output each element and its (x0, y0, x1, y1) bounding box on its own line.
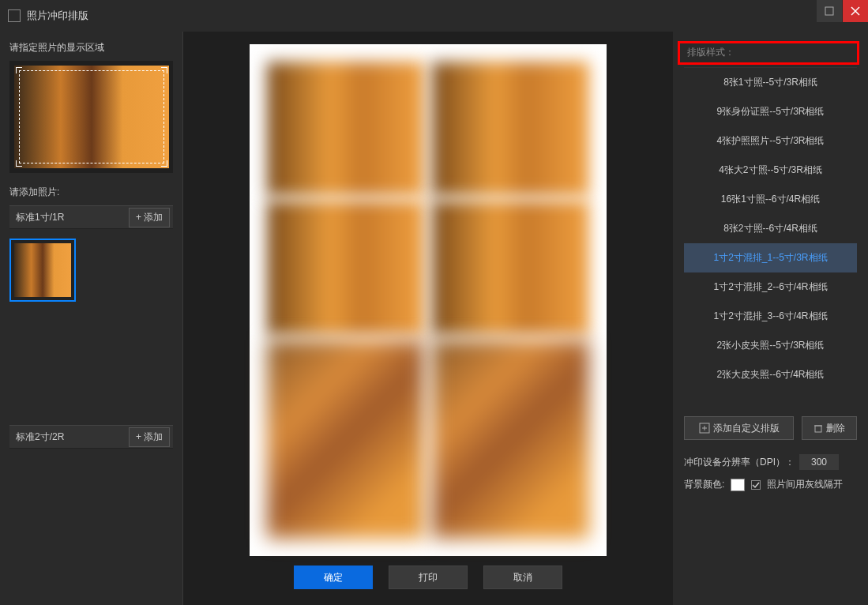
photo-thumbnail-image (14, 243, 71, 297)
center-button-row: 确定 打印 取消 (294, 566, 562, 589)
layout-item[interactable]: 4张大2寸照--5寸/3R相纸 (684, 156, 857, 185)
add-photo-1r-button[interactable]: + 添加 (129, 208, 170, 227)
size-row-1r: 标准1寸/1R + 添加 (9, 205, 173, 229)
preview-photo-5 (267, 340, 424, 539)
size-1r-label: 标准1寸/1R (16, 211, 64, 224)
add-layout-icon (699, 423, 710, 434)
bg-color-swatch[interactable] (731, 479, 745, 491)
separator-label: 照片间用灰线隔开 (767, 478, 843, 491)
svg-rect-0 (825, 7, 833, 15)
add-photo-label: 请添加照片: (9, 186, 173, 199)
preview-photo-4 (432, 201, 589, 335)
layout-preview-page (250, 44, 607, 556)
trash-icon (814, 423, 823, 433)
crop-preview-container (9, 61, 173, 173)
maximize-button[interactable] (817, 0, 842, 22)
svg-rect-6 (815, 426, 821, 432)
separator-checkbox[interactable] (751, 480, 761, 490)
window-title: 照片冲印排版 (27, 9, 88, 23)
layout-item[interactable]: 2张大皮夹照--6寸/4R相纸 (684, 360, 857, 389)
confirm-button[interactable]: 确定 (294, 566, 373, 589)
preview-photo-2 (432, 62, 589, 196)
center-panel: 确定 打印 取消 (183, 32, 673, 605)
right-panel: 排版样式： 8张1寸照--5寸/3R相纸9张身份证照--5寸/3R相纸4张护照照… (673, 32, 868, 605)
size-row-2r: 标准2寸/2R + 添加 (9, 425, 173, 449)
crop-preview[interactable] (14, 66, 169, 168)
plus-icon: + (136, 431, 141, 442)
close-icon (851, 6, 860, 16)
checkmark-icon (752, 481, 760, 489)
delete-label: 删除 (826, 422, 845, 435)
layout-item[interactable]: 1寸2寸混排_3--6寸/4R相纸 (684, 302, 857, 331)
plus-icon: + (136, 212, 141, 223)
layout-item[interactable]: 1寸2寸混排_2--6寸/4R相纸 (684, 272, 857, 302)
delete-layout-button[interactable]: 删除 (802, 416, 857, 440)
bg-color-label: 背景颜色: (684, 478, 724, 491)
photo-thumbnail[interactable] (9, 239, 76, 302)
dpi-label: 冲印设备分辨率（DPI）： (684, 456, 795, 469)
dpi-input[interactable] (799, 454, 839, 470)
app-icon (8, 9, 21, 22)
crop-handle-top-left[interactable] (16, 67, 22, 73)
add-custom-layout-button[interactable]: 添加自定义排版 (684, 416, 794, 440)
layout-style-label: 排版样式： (684, 43, 857, 67)
preview-photo-6 (432, 340, 589, 539)
preview-photo-1 (267, 62, 424, 196)
crop-handle-bottom-left[interactable] (16, 160, 22, 167)
layout-item[interactable]: 8张2寸照--6寸/4R相纸 (684, 214, 857, 243)
add-btn-label: 添加 (144, 211, 163, 224)
bg-row: 背景颜色: 照片间用灰线隔开 (684, 478, 857, 491)
preview-photo-3 (267, 201, 424, 335)
title-bar: 照片冲印排版 (0, 0, 868, 32)
layout-item[interactable]: 1寸2寸混排_1--5寸/3R相纸 (684, 243, 857, 272)
crop-handle-bottom-right[interactable] (161, 160, 167, 167)
close-button[interactable] (843, 0, 868, 22)
crop-area-label: 请指定照片的显示区域 (9, 41, 173, 54)
add-btn-label: 添加 (144, 430, 163, 444)
layout-item[interactable]: 16张1寸照--6寸/4R相纸 (684, 185, 857, 214)
cancel-button[interactable]: 取消 (483, 566, 562, 589)
dpi-row: 冲印设备分辨率（DPI）： (684, 454, 857, 470)
size-2r-label: 标准2寸/2R (16, 430, 64, 444)
layout-item[interactable]: 4张护照照片--5寸/3R相纸 (684, 126, 857, 156)
layout-item[interactable]: 8张1寸照--5寸/3R相纸 (684, 68, 857, 97)
thumb-area-1r (9, 234, 173, 344)
maximize-icon (825, 6, 834, 16)
layout-style-list[interactable]: 8张1寸照--5寸/3R相纸9张身份证照--5寸/3R相纸4张护照照片--5寸/… (684, 67, 857, 407)
add-photo-2r-button[interactable]: + 添加 (129, 427, 170, 447)
print-button[interactable]: 打印 (389, 566, 468, 589)
crop-handle-top-right[interactable] (161, 67, 167, 73)
layout-action-row: 添加自定义排版 删除 (684, 416, 857, 440)
layout-item[interactable]: 9张身份证照--5寸/3R相纸 (684, 97, 857, 126)
window-controls (816, 0, 868, 22)
add-custom-label: 添加自定义排版 (713, 422, 780, 435)
thumb-area-2r (9, 453, 173, 596)
layout-item[interactable]: 2张小皮夹照--5寸/3R相纸 (684, 331, 857, 360)
left-panel: 请指定照片的显示区域 请添加照片: 标准1寸/1R + 添加 标准2寸/2 (0, 32, 183, 605)
